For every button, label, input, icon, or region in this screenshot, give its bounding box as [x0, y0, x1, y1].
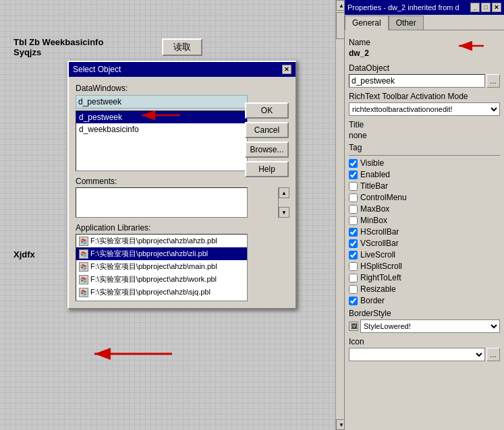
- list-item-weekbasicinfo[interactable]: d_weekbasicinfo: [76, 123, 247, 135]
- dialog-title: Select Object: [73, 65, 121, 74]
- comments-scrollbar[interactable]: ▲ ▼: [278, 187, 289, 218]
- dataobject-label: DataObject: [349, 63, 500, 73]
- dialog-close-btn[interactable]: ✕: [282, 65, 291, 74]
- applib-item-2[interactable]: 📚 F:\实验室项目\pbproject\ahzb\main.pbl: [76, 260, 247, 273]
- controlmenu-label: ControlMenu: [360, 193, 407, 202]
- hsplitscroll-checkbox[interactable]: [349, 262, 358, 271]
- datawindows-input[interactable]: [76, 95, 248, 109]
- checkbox-livescroll: LiveScroll: [349, 250, 500, 259]
- divider1: [349, 155, 500, 156]
- checkbox-vscrollbar: VScrollBar: [349, 239, 500, 248]
- dialog-buttons: OK Cancel Browse... Help: [245, 102, 289, 177]
- checkbox-righttoleft: RightToLeft: [349, 273, 500, 282]
- title-buttons: _ □ ✕: [470, 3, 501, 12]
- richtext-label: RichText Toolbar Activation Mode: [349, 92, 500, 101]
- properties-title: Properties - dw_2 inherited from d: [347, 3, 459, 11]
- lib-icon-2: 📚: [79, 262, 88, 272]
- titlebar-checkbox[interactable]: [349, 182, 358, 191]
- checkbox-resizable: Resizable: [349, 284, 500, 294]
- applib-item-5[interactable]: 📚 F:\实验室项目\pbproject\ahzb\qxgl.pbl: [76, 299, 247, 301]
- lib-icon-1: 📚: [79, 249, 88, 259]
- comments-scroll-up[interactable]: ▲: [279, 187, 289, 198]
- visible-checkbox[interactable]: [349, 159, 358, 168]
- border-label: Border: [360, 296, 385, 305]
- comments-container: ▲ ▼: [76, 187, 289, 218]
- tab-general[interactable]: General: [345, 16, 389, 30]
- righttoleft-checkbox[interactable]: [349, 274, 358, 282]
- lib-icon-0: 📚: [79, 237, 88, 246]
- applib-item-0[interactable]: 📚 F:\实验室项目\pbproject\ahzb\ahzb.pbl: [76, 235, 247, 247]
- checkbox-titlebar: TitleBar: [349, 181, 500, 191]
- dataobject-browse-btn[interactable]: …: [486, 74, 500, 88]
- comments-label: Comments:: [76, 177, 289, 186]
- vscrollbar-label: VScrollBar: [360, 239, 399, 248]
- hscrollbar-checkbox[interactable]: [349, 228, 358, 237]
- bottom-arrow: [88, 344, 175, 366]
- browse-button[interactable]: Browse...: [245, 142, 289, 158]
- lib-icon-5: 📚: [79, 301, 88, 302]
- borderstyle-container: 🖼 StyleLowered!: [349, 319, 500, 333]
- arrow-svg: [88, 344, 175, 364]
- icon-label: Icon: [349, 337, 500, 346]
- properties-titlebar: Properties - dw_2 inherited from d _ □ ✕: [345, 0, 504, 15]
- title-label: Title: [349, 120, 500, 129]
- enabled-checkbox[interactable]: [349, 171, 358, 179]
- datawindows-label: DataWindows:: [76, 84, 289, 93]
- canvas-label-2: Xjdfx: [13, 249, 35, 259]
- title-value: none: [349, 131, 500, 140]
- applib-item-4[interactable]: 📚 F:\实验室项目\pbproject\ahzb\sjq.pbl: [76, 286, 247, 299]
- icon-select[interactable]: [349, 348, 485, 361]
- border-checkbox[interactable]: [349, 297, 358, 305]
- vscrollbar-checkbox[interactable]: [349, 239, 358, 248]
- close-btn[interactable]: ✕: [492, 3, 501, 12]
- checkbox-minbox: MinBox: [349, 216, 500, 225]
- resizable-checkbox[interactable]: [349, 285, 358, 294]
- borderstyle-label: BorderStyle: [349, 309, 500, 318]
- enabled-label: Enabled: [360, 170, 390, 179]
- checkbox-hsplitscroll: HSplitScroll: [349, 262, 500, 271]
- maxbox-checkbox[interactable]: [349, 205, 358, 214]
- icon-field-container: …: [349, 348, 500, 361]
- tab-other[interactable]: Other: [389, 16, 424, 30]
- help-button[interactable]: Help: [245, 161, 289, 177]
- applibs-label: Application Libraries:: [76, 223, 289, 233]
- dialog-title-buttons: ✕: [282, 65, 291, 74]
- lib-icon-4: 📚: [79, 288, 88, 297]
- righttoleft-label: RightToLeft: [360, 273, 401, 282]
- checkbox-maxbox: MaxBox: [349, 204, 500, 214]
- hsplitscroll-label: HSplitScroll: [360, 262, 402, 271]
- applib-item-1[interactable]: 📚 F:\实验室项目\pbproject\ahzb\zli.pbl: [76, 247, 247, 260]
- borderstyle-select[interactable]: StyleLowered!: [360, 319, 500, 333]
- lib-icon-3: 📚: [79, 275, 88, 284]
- icon-browse-btn[interactable]: …: [486, 348, 500, 361]
- read-button[interactable]: 读取: [162, 38, 202, 56]
- name-arrow: [453, 39, 487, 53]
- checkbox-hscrollbar: HScrollBar: [349, 227, 500, 237]
- ok-button[interactable]: OK: [245, 102, 289, 119]
- comments-scroll-down[interactable]: ▼: [279, 207, 289, 218]
- checkbox-controlmenu: ControlMenu: [349, 193, 500, 202]
- applib-item-3[interactable]: 📚 F:\实验室项目\pbproject\ahzb\work.pbl: [76, 273, 247, 286]
- dialog-body: DataWindows: d_pestweek d_weekbasicinfo …: [69, 77, 296, 308]
- dialog-arrow: [136, 107, 184, 124]
- minimize-btn[interactable]: _: [470, 3, 480, 12]
- controlmenu-checkbox[interactable]: [349, 193, 358, 202]
- titlebar-label: TitleBar: [360, 181, 388, 191]
- props-tabs: General Other: [345, 15, 504, 30]
- properties-content: Name dw_2 DataObject … RichText Toolbar …: [345, 30, 504, 428]
- canvas-label-1: Tbl Zb Weekbasicinfo Syqjzs: [13, 37, 103, 57]
- maximize-btn[interactable]: □: [481, 3, 491, 12]
- dataobject-input[interactable]: [349, 74, 485, 88]
- dialog-titlebar: Select Object ✕: [69, 62, 296, 77]
- minbox-checkbox[interactable]: [349, 216, 358, 225]
- comments-box[interactable]: [76, 187, 248, 218]
- richtext-select[interactable]: richtexttoolbaractivationonedit!: [349, 102, 500, 116]
- hscrollbar-label: HScrollBar: [360, 227, 399, 237]
- checkbox-border: Border: [349, 296, 500, 305]
- livescroll-checkbox[interactable]: [349, 251, 358, 259]
- tag-label: Tag: [349, 143, 500, 152]
- cancel-button[interactable]: Cancel: [245, 122, 289, 138]
- checkbox-enabled: Enabled: [349, 170, 500, 179]
- select-object-dialog: Select Object ✕ DataWindows: d_pestweek …: [67, 61, 297, 309]
- resizable-label: Resizable: [360, 284, 396, 294]
